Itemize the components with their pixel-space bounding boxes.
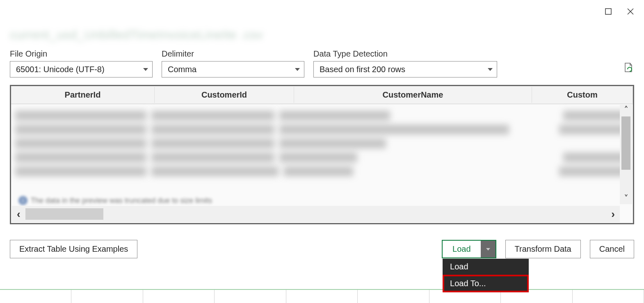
table-row bbox=[15, 125, 629, 134]
vertical-scrollbar[interactable]: ˄ ˅ bbox=[620, 105, 632, 204]
column-header-partnerid[interactable]: PartnerId bbox=[11, 87, 155, 103]
spreadsheet-grid bbox=[0, 289, 644, 303]
menu-item-load-to[interactable]: Load To... bbox=[443, 275, 529, 292]
column-header-customername[interactable]: CustomerName bbox=[294, 87, 532, 103]
file-origin-value: 65001: Unicode (UTF-8) bbox=[16, 65, 105, 74]
scroll-left-icon[interactable]: ‹ bbox=[12, 208, 25, 221]
horizontal-scrollbar[interactable]: ‹ › bbox=[12, 206, 620, 222]
refresh-icon[interactable] bbox=[623, 62, 634, 75]
caret-down-icon bbox=[486, 248, 490, 251]
svg-rect-0 bbox=[605, 9, 611, 14]
dtd-value: Based on first 200 rows bbox=[320, 65, 405, 74]
scroll-up-icon[interactable]: ˄ bbox=[624, 105, 628, 116]
scroll-thumb[interactable] bbox=[621, 116, 630, 170]
data-type-detection-dropdown[interactable]: Based on first 200 rows bbox=[313, 61, 497, 77]
chevron-down-icon bbox=[143, 68, 148, 71]
chevron-down-icon bbox=[295, 68, 300, 71]
table-row bbox=[15, 139, 629, 148]
table-row bbox=[15, 111, 629, 121]
scroll-down-icon[interactable]: ˅ bbox=[624, 194, 628, 204]
load-dropdown-toggle[interactable] bbox=[481, 241, 496, 257]
scroll-right-icon[interactable]: › bbox=[606, 208, 620, 221]
cancel-button[interactable]: Cancel bbox=[590, 240, 634, 258]
maximize-button[interactable] bbox=[599, 4, 618, 19]
load-split-button: Load Load Load To... bbox=[442, 240, 496, 258]
column-header-custom[interactable]: Custom bbox=[532, 87, 633, 103]
delimiter-value: Comma bbox=[168, 65, 196, 74]
file-title: current_usd_UnbilledTimeInvoiceLineIte .… bbox=[10, 28, 634, 42]
table-row bbox=[15, 153, 629, 162]
delimiter-label: Delimiter bbox=[162, 49, 304, 59]
file-origin-dropdown[interactable]: 65001: Unicode (UTF-8) bbox=[10, 61, 153, 77]
table-row bbox=[15, 166, 629, 176]
info-icon: i bbox=[18, 196, 27, 205]
preview-info: i The data in the preview was truncated … bbox=[18, 196, 212, 205]
chevron-down-icon bbox=[488, 68, 493, 71]
load-menu: Load Load To... bbox=[443, 259, 529, 292]
load-button[interactable]: Load bbox=[443, 241, 481, 257]
menu-item-load[interactable]: Load bbox=[443, 259, 529, 275]
extract-table-button[interactable]: Extract Table Using Examples bbox=[10, 240, 137, 258]
preview-body bbox=[11, 104, 633, 183]
close-button[interactable] bbox=[621, 4, 640, 19]
data-type-detection-label: Data Type Detection bbox=[313, 49, 497, 59]
data-preview-pane: PartnerId CustomerId CustomerName Custom bbox=[10, 85, 634, 224]
delimiter-dropdown[interactable]: Comma bbox=[162, 61, 304, 77]
column-header-customerid[interactable]: CustomerId bbox=[155, 87, 294, 103]
scroll-thumb[interactable] bbox=[25, 208, 103, 220]
preview-header-row: PartnerId CustomerId CustomerName Custom bbox=[11, 86, 633, 104]
transform-data-button[interactable]: Transform Data bbox=[505, 240, 581, 258]
file-origin-label: File Origin bbox=[10, 49, 153, 59]
